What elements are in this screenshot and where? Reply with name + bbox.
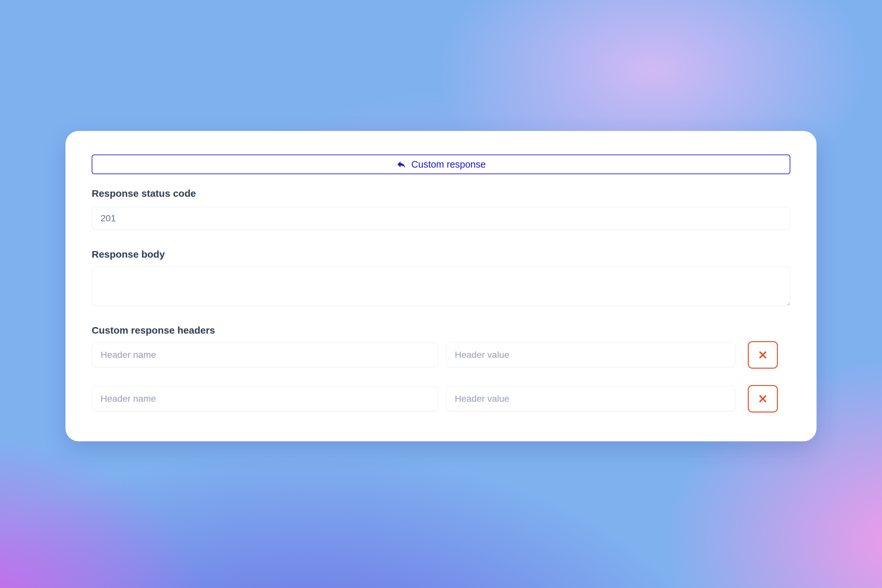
page-background: { "card": { "custom_response_button": { … — [0, 0, 882, 588]
response-status-code-label: Response status code — [92, 187, 790, 200]
header-name-input[interactable] — [92, 386, 438, 411]
custom-response-button-label: Custom response — [411, 159, 486, 170]
remove-header-button[interactable] — [748, 385, 778, 412]
response-body-textarea[interactable] — [92, 267, 790, 306]
close-x-icon — [757, 349, 769, 361]
response-status-code-input[interactable] — [92, 207, 790, 230]
response-body-label: Response body — [92, 248, 790, 261]
remove-header-button[interactable] — [748, 341, 778, 369]
custom-response-headers-label: Custom response headers — [92, 324, 790, 336]
header-value-input[interactable] — [446, 386, 735, 411]
reply-arrow-icon — [396, 159, 406, 170]
custom-response-button[interactable]: Custom response — [92, 154, 790, 174]
header-value-input[interactable] — [446, 342, 735, 368]
custom-response-card: Custom response Response status code Res… — [66, 131, 816, 441]
header-row — [92, 385, 790, 412]
header-row — [92, 341, 790, 369]
header-name-input[interactable] — [92, 342, 438, 368]
close-x-icon — [757, 393, 769, 405]
